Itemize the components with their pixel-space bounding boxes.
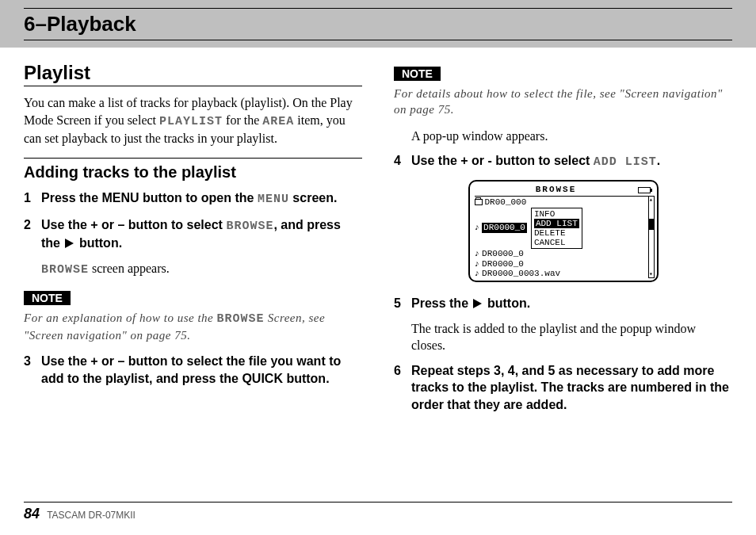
lcd-screenshot: BROWSE DR00_000 DR0000_0 INFO ADD LIST D… [468, 180, 659, 282]
step-number: 5 [394, 295, 411, 312]
step-5-result: The track is added to the playlist and t… [411, 320, 732, 354]
step5-b: button. [483, 296, 530, 310]
step-1-body: Press the MENU button to open the MENU s… [41, 189, 362, 208]
lcd-file: DR0000_0003.wav [482, 269, 560, 279]
music-note-icon [475, 269, 480, 279]
step-3-body: Use the + or – button to select the file… [41, 353, 362, 387]
step-2-body: Use the + or – button to select BROWSE, … [41, 216, 362, 252]
scroll-down-icon: ▾ [649, 271, 654, 277]
step-3: 3 Use the + or – button to select the fi… [24, 353, 362, 387]
step-number: 3 [24, 353, 41, 387]
play-icon [473, 299, 482, 308]
note-a: For an explanation of how to use the [24, 311, 216, 324]
step-number: 2 [24, 216, 41, 252]
lcd-row-selected: DR0000_0 INFO ADD LIST DELETE CANCEL [475, 208, 652, 249]
chapter-title: 6–Playback [24, 12, 732, 36]
lcd-file: DR0000_0 [482, 249, 524, 259]
step-number: 4 [394, 152, 411, 170]
step2-result-b: screen appears. [89, 262, 170, 275]
right-column: NOTE For details about how to select the… [394, 62, 732, 421]
lcd-row: DR0000_0 [475, 259, 652, 269]
lcd-text-menu: MENU [258, 193, 289, 206]
page-number: 84 [24, 506, 40, 522]
note-text-right: For details about how to select the file… [394, 86, 732, 118]
popup-item-addlist: ADD LIST [534, 219, 579, 228]
lcd-screen-title: BROWSE [475, 185, 638, 195]
left-column: Playlist You can make a list of tracks f… [24, 62, 362, 421]
lcd-title-row: BROWSE [475, 185, 652, 197]
chapter-header-rule: 6–Playback [24, 8, 732, 40]
music-note-icon [475, 223, 480, 233]
lcd-folder-name: DR00_000 [485, 197, 527, 208]
step-4: 4 Use the + or - button to select ADD LI… [394, 152, 732, 170]
lcd-file: DR0000_0 [482, 259, 524, 269]
scroll-thumb [649, 219, 654, 230]
scroll-track [649, 203, 654, 271]
lcd-screenshot-wrap: BROWSE DR00_000 DR0000_0 INFO ADD LIST D… [394, 180, 732, 282]
page-footer: 84 TASCAM DR-07MKII [24, 502, 732, 522]
step4-b: . [657, 154, 660, 167]
lcd-popup: INFO ADD LIST DELETE CANCEL [531, 208, 582, 249]
scroll-up-icon: ▴ [649, 197, 654, 203]
popup-item-cancel: CANCEL [534, 238, 579, 247]
playlist-intro: You can make a list of tracks for playba… [24, 94, 362, 147]
step-number: 1 [24, 189, 41, 208]
lcd-row-folder: DR00_000 [475, 197, 652, 208]
step-5-body: Press the button. [411, 295, 732, 312]
intro-text-2: for the [223, 113, 262, 127]
music-note-icon [475, 259, 480, 269]
note-text-left: For an explanation of how to use the BRO… [24, 310, 362, 344]
step-1: 1 Press the MENU button to open the MENU… [24, 189, 362, 208]
play-icon [65, 239, 74, 248]
content-columns: Playlist You can make a list of tracks f… [0, 62, 756, 421]
popup-item-info: INFO [534, 209, 579, 219]
lcd-text-area: AREA [262, 115, 294, 128]
step1-text-a: Press the MENU button to open the [41, 191, 258, 204]
lcd-text-addlist: ADD LIST [594, 155, 657, 169]
step-2-result: BROWSE screen appears. [41, 260, 362, 278]
step2-text-a: Use the + or – button to select [41, 218, 226, 231]
step-2: 2 Use the + or – button to select BROWSE… [24, 216, 362, 252]
music-note-icon [475, 249, 480, 259]
product-model: TASCAM DR-07MKII [47, 510, 136, 521]
step-4-body: Use the + or - button to select ADD LIST… [411, 152, 732, 170]
step-5: 5 Press the button. [394, 295, 732, 312]
lcd-row: DR0000_0 [475, 249, 652, 259]
step1-text-b: screen. [289, 191, 337, 204]
lcd-scrollbar: ▴ ▾ [648, 196, 655, 278]
step-number: 6 [394, 362, 411, 414]
step-6: 6 Repeat steps 3, 4, and 5 as necessary … [394, 362, 732, 414]
section-title-playlist: Playlist [24, 62, 362, 86]
lcd-text-browse-3: BROWSE [216, 312, 264, 326]
step4-a: Use the + or - button to select [411, 154, 594, 167]
subsection-title-adding: Adding tracks to the playlist [24, 158, 362, 182]
step5-a: Press the [411, 296, 472, 310]
lcd-selected-file: DR0000_0 [482, 223, 527, 233]
note-label: NOTE [394, 67, 441, 81]
chapter-header: 6–Playback [0, 0, 756, 48]
lcd-text-playlist: PLAYLIST [159, 115, 223, 128]
lcd-row: DR0000_0003.wav [475, 269, 652, 279]
note-label: NOTE [24, 291, 71, 305]
lcd-text-browse: BROWSE [226, 220, 273, 233]
popup-item-delete: DELETE [534, 228, 579, 238]
pre-step-4: A pop-up window appears. [411, 128, 732, 145]
battery-icon [638, 187, 651, 193]
step2-text-c: button. [75, 236, 122, 250]
folder-open-icon [475, 199, 483, 205]
lcd-text-browse-2: BROWSE [41, 263, 89, 277]
step-6-body: Repeat steps 3, 4, and 5 as necessary to… [411, 362, 732, 414]
